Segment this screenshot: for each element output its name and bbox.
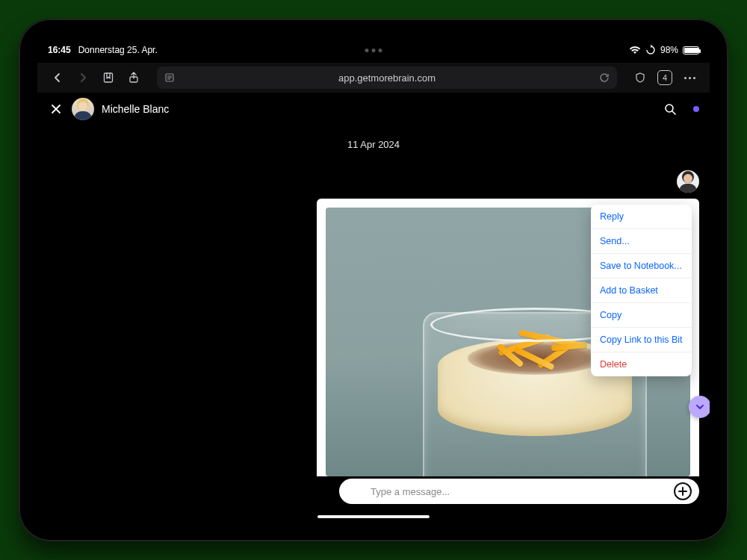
contact-name: Michelle Blanc xyxy=(102,103,169,115)
context-menu: ReplySend...Save to Notebook...Add to Ba… xyxy=(591,205,692,376)
browser-menu-button[interactable] xyxy=(681,69,698,86)
browser-toolbar: app.getmorebrain.com 4 xyxy=(37,63,710,93)
scroll-to-bottom-button[interactable] xyxy=(689,396,710,418)
multitask-dots-icon[interactable] xyxy=(365,49,382,52)
context-menu-item[interactable]: Delete xyxy=(591,352,692,376)
back-button[interactable] xyxy=(49,69,66,86)
address-bar[interactable]: app.getmorebrain.com xyxy=(157,66,617,89)
sync-icon xyxy=(645,45,656,55)
context-menu-item[interactable]: Copy xyxy=(591,303,692,328)
context-menu-item[interactable]: Add to Basket xyxy=(591,279,692,303)
shields-icon[interactable] xyxy=(632,69,648,86)
tablet-frame: 16:45 Donnerstag 25. Apr. 98% xyxy=(19,19,728,541)
home-indicator[interactable] xyxy=(317,515,430,518)
close-button[interactable] xyxy=(48,101,64,117)
reader-mode-icon[interactable] xyxy=(164,72,175,83)
share-button[interactable] xyxy=(125,69,142,86)
presence-indicator xyxy=(693,106,699,112)
composer-bar[interactable] xyxy=(339,479,699,504)
message-input[interactable] xyxy=(371,486,595,497)
context-menu-item[interactable]: Copy Link to this Bit xyxy=(591,328,692,352)
attach-button[interactable] xyxy=(674,482,692,500)
ios-status-bar: 16:45 Donnerstag 25. Apr. 98% xyxy=(37,37,710,63)
status-date: Donnerstag 25. Apr. xyxy=(78,45,158,55)
status-right: 98% xyxy=(629,45,699,55)
tabs-button[interactable]: 4 xyxy=(657,70,672,85)
date-separator: 11 Apr 2024 xyxy=(37,125,710,161)
reload-button[interactable] xyxy=(599,72,610,83)
search-button[interactable] xyxy=(662,101,678,117)
bookmarks-button[interactable] xyxy=(100,69,117,86)
forward-button[interactable] xyxy=(75,69,91,86)
tab-count: 4 xyxy=(663,73,667,82)
context-menu-item[interactable]: Reply xyxy=(591,205,692,229)
battery-percent: 98% xyxy=(660,45,678,55)
sender-avatar[interactable] xyxy=(677,170,699,193)
context-menu-item[interactable]: Send... xyxy=(591,229,692,254)
context-menu-item[interactable]: Save to Notebook... xyxy=(591,254,692,279)
chat-header: Michelle Blanc xyxy=(37,93,710,125)
wifi-icon xyxy=(629,46,641,55)
battery-icon xyxy=(683,46,699,55)
composer xyxy=(37,476,710,506)
address-text: app.getmorebrain.com xyxy=(338,72,436,84)
screen: 16:45 Donnerstag 25. Apr. 98% xyxy=(37,37,710,523)
status-time: 16:45 xyxy=(48,45,71,55)
conversation-area[interactable]: 11 Apr 2024 xyxy=(37,125,710,476)
status-left: 16:45 Donnerstag 25. Apr. xyxy=(48,45,158,55)
contact-avatar[interactable] xyxy=(72,98,94,120)
